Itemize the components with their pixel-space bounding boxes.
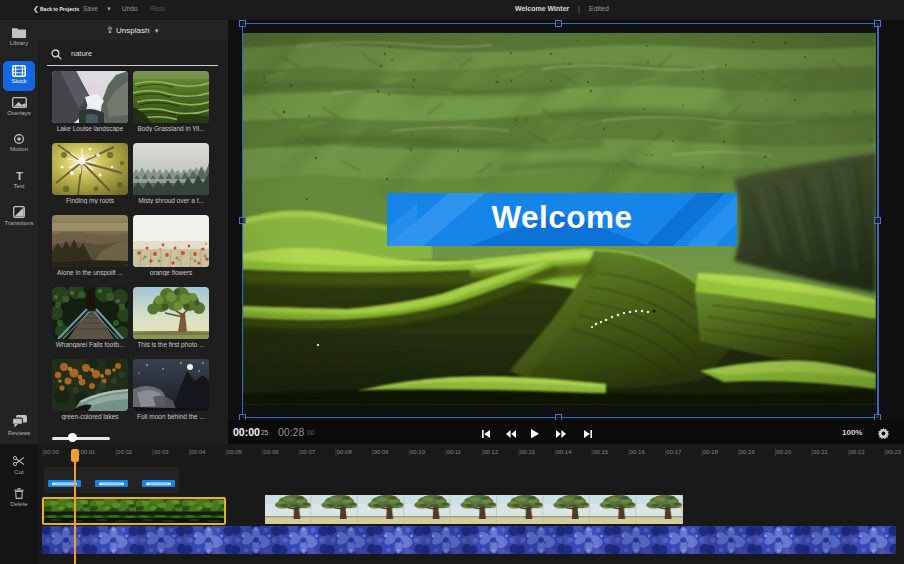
- svg-text:T: T: [15, 170, 22, 181]
